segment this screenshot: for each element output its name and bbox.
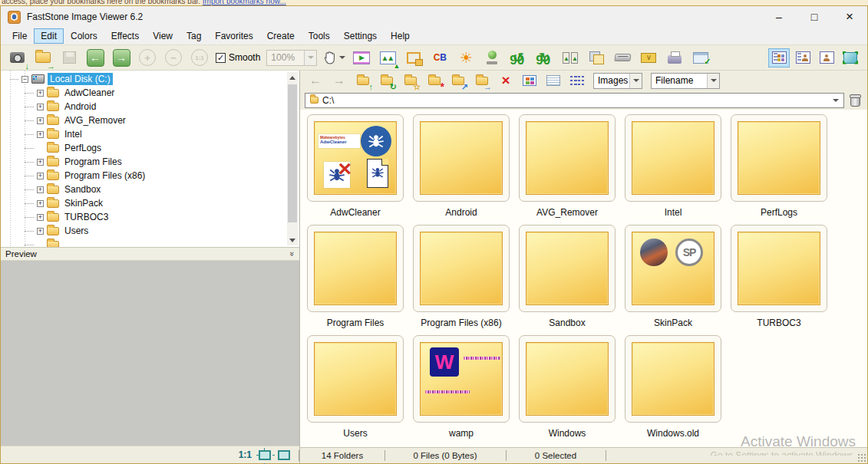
tree-item[interactable]: +Program Files: [1, 155, 299, 169]
tree-item-label[interactable]: AVG_Remover: [62, 114, 128, 127]
tree-expander-icon[interactable]: +: [37, 131, 44, 138]
thumbnail-view-button[interactable]: [522, 73, 537, 88]
thumbnail-label[interactable]: AVG_Remover: [519, 207, 616, 218]
folder-image[interactable]: [526, 232, 609, 305]
browse-button[interactable]: ▲▲▲: [378, 48, 398, 67]
menu-tools[interactable]: Tools: [302, 28, 337, 44]
next-image-button[interactable]: →: [111, 48, 131, 67]
folder-image[interactable]: [526, 121, 609, 195]
options-button[interactable]: ✓: [691, 48, 711, 67]
thumbnail-label[interactable]: Sandbox: [519, 318, 616, 328]
folder-thumbnail-program-files-x86-[interactable]: Program Files (x86): [413, 225, 510, 326]
tree-item-label[interactable]: Intel: [62, 128, 84, 140]
layout-browser-image-button[interactable]: [792, 48, 814, 67]
menu-settings[interactable]: Settings: [337, 28, 384, 44]
clone-stamp-button[interactable]: [482, 48, 502, 67]
folder-thumbnail-program-files[interactable]: Program Files: [307, 225, 404, 326]
adjust-lighting-button[interactable]: ☀: [456, 48, 476, 67]
layout-browser-button[interactable]: [768, 48, 790, 67]
thumbnail-label[interactable]: Android: [413, 207, 510, 218]
tree-expander-icon[interactable]: +: [37, 117, 44, 124]
delete-button[interactable]: ×: [498, 73, 513, 88]
layout-image-button[interactable]: [816, 48, 837, 67]
folder-thumbnail-perflogs[interactable]: PerfLogs: [731, 114, 827, 216]
sort-order-dropdown[interactable]: [707, 74, 719, 88]
menu-help[interactable]: Help: [384, 28, 417, 44]
acquire-camera-button[interactable]: ↓: [7, 48, 27, 67]
tree-expander-icon[interactable]: +: [37, 90, 44, 97]
collapse-preview-icon[interactable]: »: [288, 252, 297, 256]
scroll-up-icon[interactable]: [287, 72, 298, 83]
menu-view[interactable]: View: [146, 28, 180, 44]
resize-grip[interactable]: [857, 453, 866, 462]
folder-thumbnail-skinpack[interactable]: SPSkinPack: [625, 225, 721, 326]
smooth-checkbox-box[interactable]: ✓: [216, 53, 226, 63]
thumbnail-label[interactable]: Users: [307, 428, 404, 439]
tree-item[interactable]: +Android: [1, 100, 299, 114]
thumbnail-label[interactable]: wamp: [413, 428, 510, 439]
crop-board-button[interactable]: [404, 48, 424, 67]
list-view-button[interactable]: [569, 73, 585, 88]
tree-item-label[interactable]: Program Files: [62, 156, 124, 168]
thumbnail-frame[interactable]: [307, 225, 404, 312]
tree-item-label[interactable]: TURBOC3: [62, 211, 111, 223]
thumbnail-label[interactable]: AdwCleaner: [307, 207, 404, 218]
folder-image[interactable]: [738, 121, 820, 195]
compare-images-button[interactable]: ▲▲: [560, 48, 580, 67]
tree-item[interactable]: +Program Files (x86): [1, 169, 299, 183]
thumbnail-frame[interactable]: [307, 335, 404, 423]
menu-edit[interactable]: Edit: [34, 28, 64, 44]
thumbnail-label[interactable]: Intel: [625, 207, 721, 218]
tree-item[interactable]: +Users: [1, 224, 299, 238]
thumbnail-frame[interactable]: W: [413, 335, 510, 423]
email-button[interactable]: ∨: [639, 48, 658, 67]
tree-expander-icon[interactable]: +: [37, 228, 44, 235]
tree-scrollbar[interactable]: [287, 72, 298, 245]
preview-header[interactable]: Preview »: [1, 247, 299, 261]
scroll-down-icon[interactable]: [287, 235, 298, 245]
fit-selection-icon[interactable]: [259, 450, 271, 460]
rotate-right-button[interactable]: ↻90: [534, 48, 554, 67]
tree-expander-icon[interactable]: +: [37, 173, 44, 179]
maximize-button[interactable]: □: [797, 6, 832, 28]
thumbnail-frame[interactable]: [625, 335, 721, 423]
rotate-left-button[interactable]: ↺90: [508, 48, 528, 67]
tree-item-label[interactable]: Android: [62, 100, 98, 113]
thumbnail-frame[interactable]: [519, 335, 616, 423]
tree-expander-icon[interactable]: +: [37, 104, 44, 110]
menu-favorites[interactable]: Favorites: [208, 28, 259, 44]
folder-thumbnail-intel[interactable]: Intel: [625, 114, 721, 216]
hand-tool-button[interactable]: [323, 50, 345, 65]
zoom-in-button[interactable]: +: [137, 48, 157, 67]
file-filter-combo[interactable]: Images: [593, 73, 642, 89]
folder-image[interactable]: [314, 342, 397, 416]
tree-expander-icon[interactable]: +: [37, 214, 44, 221]
close-button[interactable]: ×: [832, 6, 867, 28]
folder-thumbnail-users[interactable]: Users: [307, 335, 404, 436]
address-bar[interactable]: C:\: [305, 93, 844, 108]
folder-thumbnail-sandbox[interactable]: Sandbox: [519, 225, 616, 326]
up-one-level-button[interactable]: ↑: [355, 73, 371, 88]
thumbnail-frame[interactable]: [519, 114, 616, 202]
hand-tool-dropdown-icon[interactable]: [339, 56, 345, 59]
tree-item[interactable]: +AVG_Remover: [1, 114, 299, 127]
thumbnail-label[interactable]: TURBOC3: [731, 318, 827, 328]
folder-thumbnail-avg-remover[interactable]: AVG_Remover: [519, 114, 616, 216]
tree-item[interactable]: PerfLogs: [1, 141, 299, 155]
menu-create[interactable]: Create: [260, 28, 302, 44]
folder-image[interactable]: [314, 232, 397, 305]
tree-item[interactable]: +Sandbox: [1, 183, 299, 196]
address-dropdown-icon[interactable]: [833, 99, 839, 102]
thumbnail-frame[interactable]: [413, 225, 510, 312]
folder-thumbnail-android[interactable]: Android: [413, 114, 510, 216]
scan-button[interactable]: [612, 48, 632, 67]
folder-image[interactable]: [632, 121, 715, 195]
thumbnail-frame[interactable]: [731, 225, 827, 312]
scrollbar-thumb[interactable]: [288, 84, 297, 222]
smooth-checkbox[interactable]: ✓ Smooth: [216, 52, 260, 63]
thumbnail-label[interactable]: Program Files: [307, 318, 404, 328]
folder-image[interactable]: [526, 342, 609, 416]
folder-image[interactable]: W: [420, 342, 503, 416]
folder-thumbnail-turboc3[interactable]: TURBOC3: [731, 225, 827, 326]
menu-tag[interactable]: Tag: [180, 28, 208, 44]
